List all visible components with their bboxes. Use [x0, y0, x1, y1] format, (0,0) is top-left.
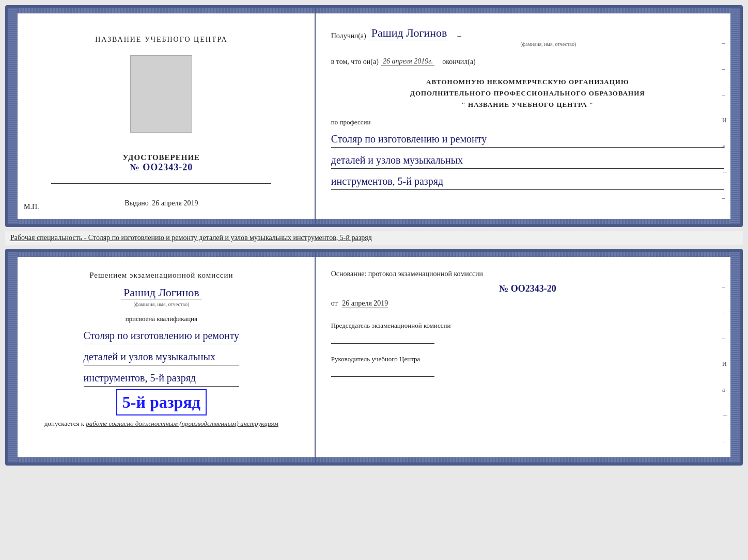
- udostoverenie-block: УДОСТОВЕРЕНИЕ № OO2343-20: [123, 153, 200, 173]
- ot-label: от: [331, 299, 338, 307]
- highlight-razryad-box: 5-й разряд: [116, 389, 207, 415]
- org-block: АВТОНОМНУЮ НЕКОММЕРЧЕСКУЮ ОРГАНИЗАЦИЮ ДО…: [331, 76, 724, 110]
- udostoverenie-number: № OO2343-20: [123, 162, 200, 173]
- spine-left-top: [8, 8, 18, 224]
- bottom-profession-lines: Столяр по изготовлению и ремонту деталей…: [84, 323, 240, 387]
- org-line3: " НАЗВАНИЕ УЧЕБНОГО ЦЕНТРА ": [331, 99, 724, 110]
- specialty-value: Столяр по изготовлению и ремонту деталей…: [88, 234, 372, 242]
- rukovoditel-label: Руководитель учебного Центра: [331, 354, 724, 364]
- vydano-date: 26 апреля 2019: [152, 199, 198, 207]
- profession-line3: инструментов, 5-й разряд: [331, 173, 724, 190]
- bottom-date: 26 апреля 2019: [342, 299, 388, 308]
- center-title: НАЗВАНИЕ УЧЕБНОГО ЦЕНТРА: [95, 34, 227, 45]
- commission-number: № OO2343-20: [331, 283, 724, 294]
- predsedatel-label: Председатель экзаменационной комиссии: [331, 321, 724, 331]
- prisvoena-label: присвоена квалификация: [126, 315, 197, 323]
- udostoverenie-title: УДОСТОВЕРЕНИЕ: [123, 153, 200, 162]
- spine-left-bottom: [8, 252, 18, 462]
- dopuskaetsya-text: работе согласно должностным (производств…: [86, 420, 278, 427]
- specialty-label: Рабочая специальность -: [10, 234, 88, 242]
- fio-subtitle: (фамилия, имя, отчество): [372, 41, 724, 47]
- photo-placeholder: [130, 55, 192, 133]
- vydano-row: Выдано 26 апреля 2019: [124, 199, 198, 207]
- org-line2: ДОПОЛНИТЕЛЬНОГО ПРОФЕССИОНАЛЬНОГО ОБРАЗО…: [331, 88, 724, 99]
- vydano-label: Выдано: [124, 199, 149, 207]
- poluchil-row: Получил(a) Рашид Логинов –: [331, 26, 724, 40]
- bottom-fio-sub: (фамилия, имя, отчество): [133, 301, 189, 307]
- dopuskaetsya-label: допускается к: [44, 420, 84, 427]
- profession-line1: Столяр по изготовлению и ремонту: [331, 131, 724, 148]
- mp-label: М.П.: [24, 203, 39, 211]
- org-line1: АВТОНОМНУЮ НЕКОММЕРЧЕСКУЮ ОРГАНИЗАЦИЮ: [331, 76, 724, 88]
- okonchil-label: окончил(а): [442, 58, 476, 66]
- bottom-left-panel: Решением экзаменационной комиссии Рашид …: [8, 252, 316, 462]
- top-document-card: НАЗВАНИЕ УЧЕБНОГО ЦЕНТРА УДОСТОВЕРЕНИЕ №…: [5, 5, 743, 227]
- profession-lines-top: Столяр по изготовлению и ремонту деталей…: [331, 131, 724, 190]
- poprofessii-label: по профессии: [331, 118, 371, 126]
- bottom-recipient-name: Рашид Логинов: [121, 286, 202, 299]
- vtom-label: в том, что он(а): [331, 58, 379, 66]
- spine-right-top: [730, 8, 740, 224]
- osnov-label: Основание: протокол экзаменационной коми…: [331, 270, 483, 278]
- spine-right-bottom: [730, 252, 740, 462]
- bottom-right-panel: Основание: протокол экзаменационной коми…: [316, 252, 740, 462]
- top-left-panel: НАЗВАНИЕ УЧЕБНОГО ЦЕНТРА УДОСТОВЕРЕНИЕ №…: [8, 8, 316, 224]
- predsedatel-signature-line: [331, 333, 434, 344]
- resheniem-title: Решением экзаменационной комиссии: [89, 270, 233, 281]
- top-right-panel: Получил(a) Рашид Логинов – (фамилия, имя…: [316, 8, 740, 224]
- poprofessii-row: по профессии: [331, 118, 724, 126]
- bottom-profession-line3: инструментов, 5-й разряд: [84, 370, 240, 387]
- ot-date-row: от 26 апреля 2019: [331, 299, 724, 308]
- poluchil-label: Получил(a): [331, 32, 366, 40]
- rukovoditel-signature-line: [331, 366, 434, 377]
- bottom-profession-line2: деталей и узлов музыкальных: [84, 348, 240, 365]
- bottom-profession-line1: Столяр по изготовлению и ремонту: [84, 327, 240, 344]
- profession-line2: деталей и узлов музыкальных: [331, 152, 724, 169]
- rukovoditel-block: Руководитель учебного Центра: [331, 354, 724, 377]
- predsedatel-block: Председатель экзаменационной комиссии: [331, 321, 724, 344]
- recipient-name: Рашид Логинов: [369, 26, 450, 40]
- vtom-date: 26 апреля 2019г.: [381, 57, 434, 66]
- vtom-row: в том, что он(а) 26 апреля 2019г. окончи…: [331, 57, 724, 66]
- right-markers-bottom: – – – И а ← – – –: [722, 283, 728, 466]
- bottom-document-card: Решением экзаменационной комиссии Рашид …: [5, 249, 743, 466]
- dash-after-name: –: [457, 32, 461, 40]
- right-markers-top: – – – И а ← – – –: [722, 39, 728, 227]
- razryad-big-text: 5-й разряд: [122, 393, 200, 412]
- specialty-text-bar: Рабочая специальность - Столяр по изгото…: [5, 231, 743, 245]
- osnov-block: Основание: протокол экзаменационной коми…: [331, 270, 724, 308]
- dopuskaetsya-row: допускается к работе согласно должностны…: [44, 420, 278, 428]
